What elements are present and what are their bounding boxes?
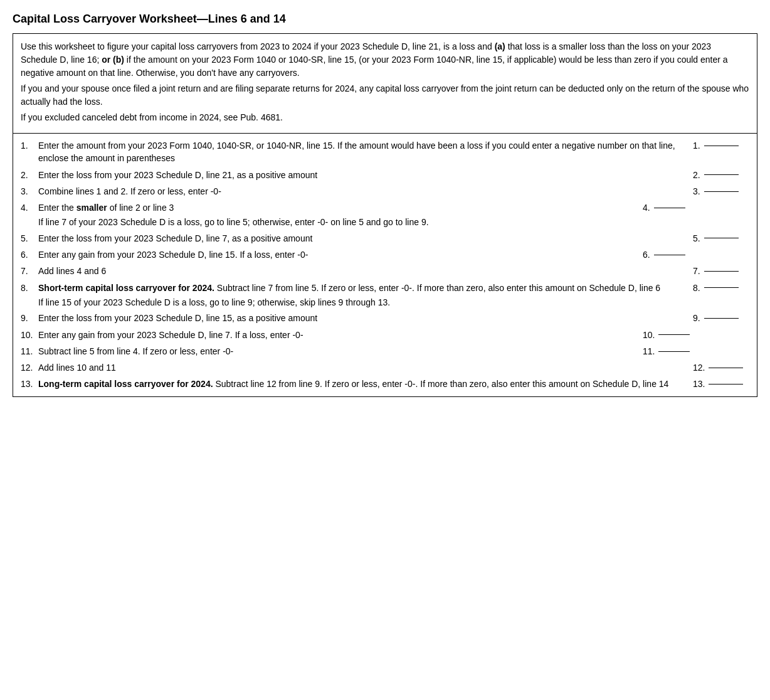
line-blank-13[interactable] — [709, 384, 743, 384]
line-content-9: Enter the loss from your 2023 Schedule D… — [38, 312, 693, 324]
line-num-4: 4. — [21, 201, 38, 214]
line-row-5: 5. Enter the loss from your 2023 Schedul… — [21, 230, 749, 247]
line-blank-11[interactable] — [658, 351, 690, 352]
line-ref-9: 9. — [693, 312, 749, 324]
line-num-9: 9. — [21, 312, 38, 324]
line-row-10: 10. Enter any gain from your 2023 Schedu… — [21, 327, 749, 343]
line-ref-3: 3. — [693, 185, 749, 198]
line-4-note: If line 7 of your 2023 Schedule D is a l… — [21, 216, 749, 230]
line-content-11: Subtract line 5 from line 4. If zero or … — [38, 345, 643, 358]
line-blank-10[interactable] — [658, 334, 690, 335]
line-blank-2[interactable] — [704, 174, 739, 175]
line-num-7: 7. — [21, 265, 38, 277]
line-8-bold: Short-term capital loss carryover for 20… — [38, 283, 214, 293]
line-row-7: 7. Add lines 4 and 6 7. — [21, 263, 749, 279]
line-ref-1: 1. — [693, 139, 749, 152]
line-num-1: 1. — [21, 139, 38, 152]
line-ref-12: 12. — [693, 361, 749, 374]
line-blank-8[interactable] — [704, 287, 739, 288]
line-content-6: Enter any gain from your 2023 Schedule D… — [38, 248, 643, 261]
line-row-4: 4. Enter the smaller of line 2 or line 3… — [21, 199, 749, 216]
line-row-3: 3. Combine lines 1 and 2. If zero or les… — [21, 183, 749, 199]
line-row-1: 1. Enter the amount from your 2023 Form … — [21, 137, 749, 167]
line-content-13: Long-term capital loss carryover for 202… — [38, 378, 693, 390]
intro-para3: If you excluded canceled debt from incom… — [21, 111, 749, 124]
line-num-13: 13. — [21, 378, 38, 390]
line-num-6: 6. — [21, 248, 38, 261]
line-num-3: 3. — [21, 185, 38, 198]
line-ref-8: 8. — [693, 282, 749, 294]
page-title: Capital Loss Carryover Worksheet—Lines 6… — [13, 13, 757, 26]
line-content-10: Enter any gain from your 2023 Schedule D… — [38, 329, 643, 341]
line-row-13: 13. Long-term capital loss carryover for… — [21, 376, 749, 392]
line-ref-11: 11. — [643, 345, 693, 358]
line-ref-7: 7. — [693, 265, 749, 277]
line-num-10: 10. — [21, 329, 38, 341]
line-row-8: 8. Short-term capital loss carryover for… — [21, 280, 749, 296]
line-row-6: 6. Enter any gain from your 2023 Schedul… — [21, 247, 749, 263]
lines-section: 1. Enter the amount from your 2023 Form … — [13, 134, 757, 396]
worksheet-container: Use this worksheet to figure your capita… — [13, 33, 757, 397]
line-4-bold: smaller — [76, 203, 107, 213]
line-content-1: Enter the amount from your 2023 Form 104… — [38, 139, 693, 165]
line-row-12: 12. Add lines 10 and 11 12. — [21, 359, 749, 376]
line-blank-1[interactable] — [704, 146, 739, 146]
line-blank-9[interactable] — [704, 318, 739, 319]
line-blank-3[interactable] — [704, 191, 739, 192]
line-13-bold: Long-term capital loss carryover for 202… — [38, 379, 213, 389]
intro-para1: Use this worksheet to figure your capita… — [21, 40, 749, 80]
line-content-7: Add lines 4 and 6 — [38, 265, 693, 277]
line-ref-6: 6. — [643, 248, 693, 261]
line-ref-4: 4. — [643, 201, 693, 214]
line-content-8: Short-term capital loss carryover for 20… — [38, 282, 693, 294]
line-content-3: Combine lines 1 and 2. If zero or less, … — [38, 185, 693, 198]
line-8-note: If line 15 of your 2023 Schedule D is a … — [21, 296, 749, 310]
intro-section: Use this worksheet to figure your capita… — [13, 34, 757, 134]
line-content-5: Enter the loss from your 2023 Schedule D… — [38, 232, 693, 245]
line-row-9: 9. Enter the loss from your 2023 Schedul… — [21, 310, 749, 326]
intro-para2: If you and your spouse once filed a join… — [21, 82, 749, 109]
line-num-5: 5. — [21, 232, 38, 245]
line-content-4: Enter the smaller of line 2 or line 3 — [38, 201, 643, 214]
line-ref-10: 10. — [643, 329, 693, 341]
line-blank-12[interactable] — [709, 368, 743, 368]
line-num-11: 11. — [21, 345, 38, 358]
line-content-12: Add lines 10 and 11 — [38, 361, 693, 374]
line-row-11: 11. Subtract line 5 from line 4. If zero… — [21, 343, 749, 359]
line-blank-6[interactable] — [654, 255, 685, 255]
line-blank-7[interactable] — [704, 271, 739, 272]
line-ref-13: 13. — [693, 378, 749, 390]
line-blank-4[interactable] — [654, 208, 685, 208]
line-ref-5: 5. — [693, 232, 749, 245]
line-num-12: 12. — [21, 361, 38, 374]
line-num-8: 8. — [21, 282, 38, 294]
line-num-2: 2. — [21, 169, 38, 181]
line-content-2: Enter the loss from your 2023 Schedule D… — [38, 169, 693, 181]
line-ref-2: 2. — [693, 169, 749, 181]
line-blank-5[interactable] — [704, 238, 739, 238]
line-row-2: 2. Enter the loss from your 2023 Schedul… — [21, 167, 749, 183]
